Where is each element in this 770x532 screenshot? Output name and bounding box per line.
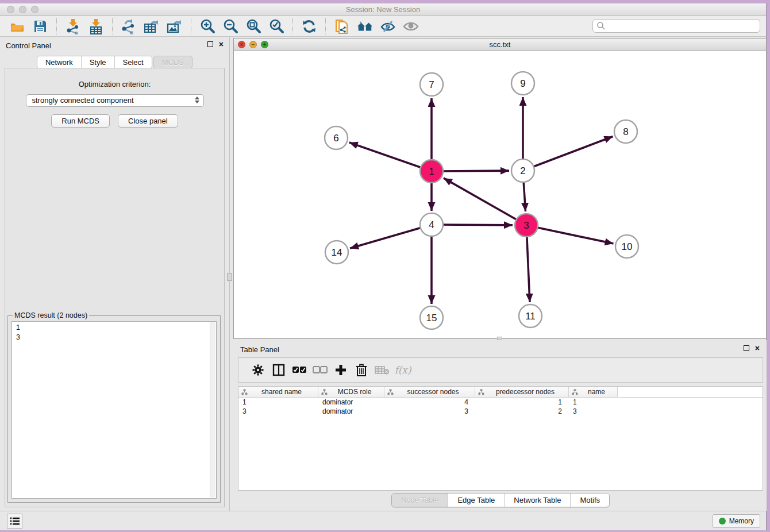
close-table-panel-icon[interactable]: × <box>755 345 760 351</box>
graph-edge-1-6[interactable] <box>349 142 432 171</box>
gear-icon <box>252 364 264 376</box>
tab-node-table[interactable]: Node Table <box>392 494 449 507</box>
tab-edge-table[interactable]: Edge Table <box>448 494 505 507</box>
graph-edge-4-14[interactable] <box>350 225 432 248</box>
graph-node-2[interactable]: 2 <box>511 159 534 182</box>
refresh-button[interactable] <box>301 18 318 35</box>
task-history-button[interactable] <box>7 514 22 529</box>
zoom-out-button[interactable] <box>222 18 239 35</box>
column-type-icon <box>321 389 328 395</box>
run-mcds-button[interactable]: Run MCDS <box>51 114 110 128</box>
column-type-icon <box>478 389 484 395</box>
zoom-in-button[interactable] <box>199 18 216 35</box>
export-network-button[interactable] <box>120 18 137 35</box>
table-settings-button[interactable] <box>248 361 268 379</box>
criterion-select[interactable]: strongly connected component <box>26 94 204 107</box>
export-table-button[interactable] <box>143 18 160 35</box>
graph-node-9[interactable]: 9 <box>511 72 534 95</box>
graph-node-1[interactable]: 1 <box>420 160 443 183</box>
graph-edge-2-8[interactable] <box>523 137 613 171</box>
hide-panels-button[interactable] <box>379 18 396 35</box>
column-header-label: MCDS role <box>328 388 384 396</box>
float-panel-icon[interactable] <box>207 41 213 47</box>
table-row[interactable]: 3dominator323 <box>238 407 763 416</box>
table-cell[interactable]: 3 <box>384 407 475 416</box>
table-cell[interactable]: 2 <box>475 407 569 416</box>
graph-node-6[interactable]: 6 <box>325 126 348 149</box>
graph-node-14[interactable]: 14 <box>325 241 348 264</box>
network-minimize-icon[interactable]: − <box>249 41 257 48</box>
mcds-result-textarea[interactable]: 13 <box>11 321 217 499</box>
float-table-panel-icon[interactable] <box>744 345 749 351</box>
table-cell[interactable]: 1 <box>475 398 569 407</box>
import-table-button[interactable] <box>87 18 105 35</box>
graph-node-4[interactable]: 4 <box>420 213 443 236</box>
table-row[interactable]: 1dominator411 <box>238 398 763 407</box>
graph-node-11[interactable]: 11 <box>519 304 542 327</box>
close-window-icon[interactable] <box>7 6 14 13</box>
main-toolbar <box>0 16 766 37</box>
table-cell[interactable]: 4 <box>384 398 475 407</box>
save-session-button[interactable] <box>32 18 49 35</box>
graph-edge-3-1[interactable] <box>444 178 526 225</box>
close-panel-button[interactable]: Close panel <box>118 114 178 128</box>
zoom-fit-button[interactable] <box>245 18 262 35</box>
panel-splitter-grip[interactable] <box>227 273 232 281</box>
svg-text:9: 9 <box>520 78 525 89</box>
network-zoom-icon[interactable]: + <box>261 41 268 48</box>
column-header-name[interactable]: name <box>569 387 618 397</box>
column-header-successor-nodes[interactable]: successor nodes <box>384 387 475 397</box>
export-image-button[interactable] <box>166 18 183 35</box>
function-builder-button[interactable]: f(x) <box>392 361 413 379</box>
svg-text:4: 4 <box>429 219 434 230</box>
table-cell[interactable]: 3 <box>569 407 618 416</box>
mcds-result-line: 1 <box>16 323 216 333</box>
show-column-panel-button[interactable] <box>268 361 289 379</box>
graph-node-3[interactable]: 3 <box>515 214 538 237</box>
memory-status-icon <box>719 518 726 525</box>
minimize-window-icon[interactable] <box>19 6 26 13</box>
select-all-rows-button[interactable] <box>289 361 310 379</box>
graph-node-8[interactable]: 8 <box>614 120 637 143</box>
delete-table-button[interactable] <box>372 361 392 379</box>
column-header-predecessor-nodes[interactable]: predecessor nodes <box>475 387 569 397</box>
import-network-button[interactable] <box>64 18 82 35</box>
graph-node-10[interactable]: 10 <box>615 235 638 258</box>
graph-edge-3-10[interactable] <box>526 225 614 244</box>
create-column-button[interactable] <box>330 361 351 379</box>
deselect-all-rows-button[interactable] <box>310 361 330 379</box>
column-header-label: name <box>578 388 617 396</box>
tab-select[interactable]: Select <box>115 56 152 68</box>
column-header-shared-name[interactable]: shared name <box>238 387 318 397</box>
column-header-spacer <box>618 387 763 397</box>
zoom-selected-button[interactable] <box>268 18 285 35</box>
table-cell[interactable]: dominator <box>318 407 384 416</box>
table-cell[interactable]: 1 <box>238 398 318 407</box>
network-canvas[interactable]: 7968124314101511 <box>234 51 766 338</box>
mcds-result-scrollbar[interactable] <box>210 322 215 498</box>
show-panels-button[interactable] <box>402 18 419 35</box>
zoom-window-icon[interactable] <box>31 6 38 13</box>
save-icon <box>33 20 47 33</box>
graph-node-15[interactable]: 15 <box>420 306 443 329</box>
home-view-button[interactable] <box>356 18 374 35</box>
open-session-button[interactable] <box>9 18 26 35</box>
table-cell[interactable]: dominator <box>318 398 384 407</box>
tab-motifs[interactable]: Motifs <box>571 494 609 507</box>
search-input[interactable] <box>606 20 760 32</box>
tab-network[interactable]: Network <box>37 56 82 68</box>
duplicate-network-button[interactable] <box>333 18 351 35</box>
network-close-icon[interactable]: × <box>238 41 245 48</box>
tab-mcds[interactable]: MCDS <box>153 56 192 69</box>
memory-button[interactable]: Memory <box>713 514 760 528</box>
table-cell[interactable]: 3 <box>238 407 318 416</box>
tab-network-table[interactable]: Network Table <box>505 494 571 507</box>
graph-node-7[interactable]: 7 <box>420 73 443 96</box>
close-panel-icon[interactable]: × <box>219 41 224 47</box>
table-toolbar: f(x) <box>238 357 763 383</box>
delete-column-button[interactable] <box>351 361 372 379</box>
memory-label: Memory <box>729 517 754 525</box>
table-cell[interactable]: 1 <box>569 398 618 407</box>
column-header-MCDS-role[interactable]: MCDS role <box>318 387 384 397</box>
tab-style[interactable]: Style <box>82 56 115 68</box>
